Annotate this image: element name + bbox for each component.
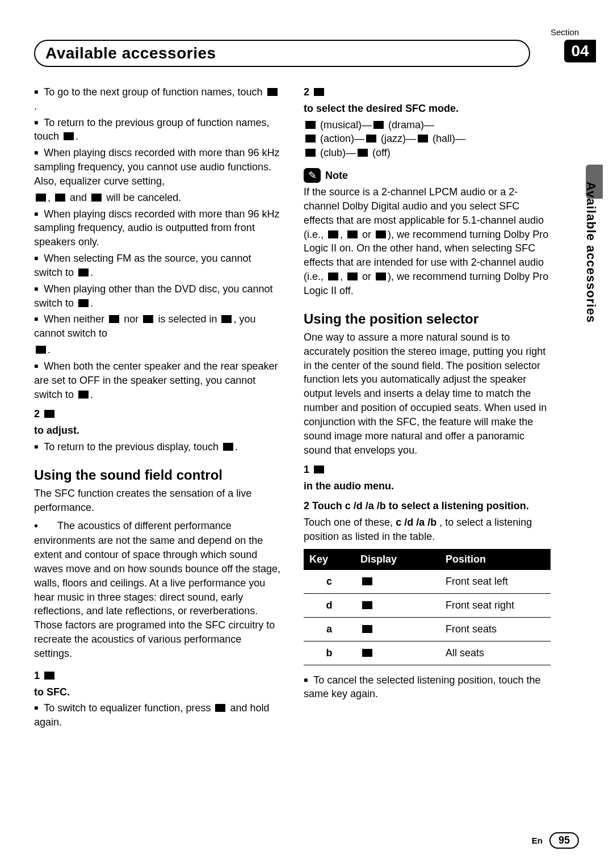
body-text: The SFC function creates the sensation o… (34, 487, 281, 515)
body-text: When playing discs recorded with more th… (34, 207, 281, 249)
key-icon (376, 272, 386, 280)
subsection-title: Using the position selector (304, 309, 551, 328)
body-text: To cancel the selected listening positio… (304, 673, 551, 702)
key-icon (358, 149, 368, 157)
table-row: aFront seats (304, 617, 551, 641)
subsection-title: Using the sound field control (34, 466, 281, 484)
key-icon (362, 625, 372, 633)
key-icon (305, 149, 316, 157)
key-icon (109, 315, 119, 323)
key-icon (78, 391, 89, 399)
note-icon: ✎ (304, 168, 321, 183)
key-icon (78, 269, 89, 276)
step-heading: 2 (304, 85, 551, 99)
body-text: To switch to equalizer function, press a… (34, 701, 281, 729)
step-heading: 1 (34, 669, 281, 683)
step-heading: 2 Touch c /d /a /b to select a listening… (304, 499, 551, 513)
body-text: When playing other than the DVD disc, yo… (34, 282, 281, 311)
key-icon (305, 135, 316, 142)
key-icon (347, 272, 358, 280)
key-icon (78, 299, 89, 307)
side-section-title: Available accessories (583, 182, 598, 323)
body-text: Touch one of these, c /d /a /b , to sele… (304, 515, 551, 544)
key-icon (373, 121, 384, 129)
key-icon (314, 466, 324, 473)
section-title: Available accessories (35, 44, 216, 62)
body-text: One way to assure a more natural sound i… (304, 330, 551, 457)
body-text: When selecting FM as the source, you can… (34, 251, 281, 280)
step-heading: to SFC. (34, 685, 281, 699)
key-icon (328, 272, 338, 280)
key-icon (376, 230, 386, 238)
key-icon (91, 194, 102, 202)
key-icon (362, 649, 372, 657)
key-icon (305, 121, 316, 129)
section-header: Available accessories (34, 40, 530, 67)
key-icon (223, 443, 233, 451)
step-heading: 2 (34, 407, 281, 421)
note-label: Note (325, 169, 348, 183)
step-heading: in the audio menu. (304, 479, 551, 493)
body-text: When playing discs recorded with more th… (34, 146, 281, 188)
lang-label: En (532, 836, 543, 845)
mode-list: (musical)— (drama)— (action)— (jazz)— (h… (304, 118, 551, 160)
key-icon (44, 672, 54, 680)
table-row: dFront seat right (304, 594, 551, 618)
key-icon (215, 704, 225, 712)
table-header-position: Position (440, 549, 551, 570)
table-header-key: Key (304, 549, 355, 570)
section-number-badge: 04 (564, 40, 596, 62)
key-icon (347, 230, 358, 238)
body-text: When both the center speaker and the rea… (34, 359, 281, 401)
table-row: cFront seat left (304, 570, 551, 593)
key-icon (362, 577, 372, 585)
page-footer: En 95 (532, 832, 579, 849)
body-text: , and will be canceled. (34, 191, 281, 205)
note-text: If the source is a 2-channel LPCM audio … (304, 185, 551, 298)
key-icon (328, 230, 338, 238)
body-text: To return to the previous display, touch… (34, 440, 281, 454)
section-label: Section (551, 27, 579, 37)
page-number: 95 (549, 832, 579, 849)
step-heading: to adjust. (34, 423, 281, 438)
key-icon (366, 135, 376, 142)
step-heading: to select the desired SFC mode. (304, 102, 551, 116)
key-icon (362, 601, 372, 609)
body-text: To go to the next group of function name… (34, 85, 281, 114)
note-header: ✎ Note (304, 168, 551, 183)
key-icon (36, 194, 46, 202)
body-bullet: The acoustics of different performance e… (34, 518, 281, 661)
key-icon (267, 88, 278, 96)
key-icon (44, 410, 54, 418)
body-text: . (34, 343, 281, 357)
table-header-display: Display (355, 549, 440, 570)
key-icon (64, 132, 74, 140)
step-heading: 1 (304, 463, 551, 477)
key-icon (418, 135, 428, 142)
key-icon (36, 346, 46, 354)
body-text: To return to the previous group of funct… (34, 116, 281, 144)
body-text: When neither nor is selected in , you ca… (34, 312, 281, 341)
key-icon (221, 315, 232, 323)
key-icon (55, 194, 65, 202)
key-icon (314, 88, 324, 96)
right-column: 2 to select the desired SFC mode. (music… (304, 85, 551, 732)
position-table: Key Display Position cFront seat left dF… (304, 549, 551, 665)
key-icon (143, 315, 153, 323)
left-column: To go to the next group of function name… (34, 85, 281, 732)
table-row: bAll seats (304, 641, 551, 665)
